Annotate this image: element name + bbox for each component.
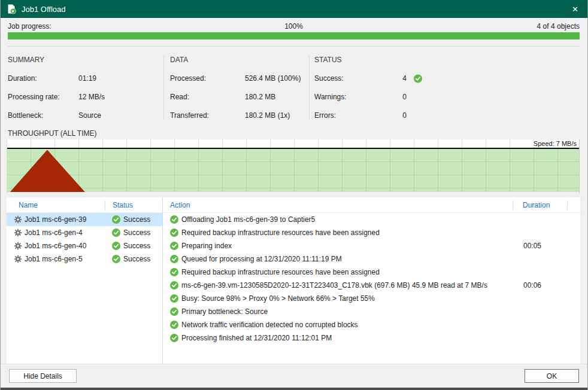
success-check-icon xyxy=(170,294,178,303)
speed-label: Speed: 7 MB/s xyxy=(534,140,579,147)
status-badge: Success xyxy=(112,255,150,263)
window-bottom-border xyxy=(1,388,587,390)
table-row[interactable]: Job1 ms-c6-gen-5 Success xyxy=(7,252,162,266)
vm-status-label: Success xyxy=(123,228,150,237)
ok-button[interactable]: OK xyxy=(525,369,579,383)
duration-label: Duration: xyxy=(8,74,78,83)
warnings-label: Warnings: xyxy=(314,93,368,101)
processed-label: Processed: xyxy=(170,74,245,83)
list-item[interactable]: Preparing index 00:05 xyxy=(163,239,580,252)
stats-section: SUMMARY Duration:01:19 Processing rate:1… xyxy=(1,47,587,129)
table-row[interactable]: Job1 ms-c6-gen-39 Success xyxy=(7,213,162,226)
success-check-icon xyxy=(112,215,120,224)
success-check-icon xyxy=(112,228,120,237)
action-log-pane: Action Duration Offloading Job1 ms-c6-ge… xyxy=(163,197,580,364)
list-item[interactable]: Queued for processing at 12/31/2020 11:1… xyxy=(163,252,580,266)
list-item[interactable]: Required backup infrastructure resources… xyxy=(163,226,580,239)
gear-icon xyxy=(14,228,22,237)
progress-bar-fill xyxy=(8,32,580,39)
status-panel: STATUS Success: 4 Warnings:0 Errors:0 xyxy=(314,47,426,120)
gear-icon xyxy=(14,242,22,250)
errors-value: 0 xyxy=(368,111,407,120)
bottleneck-value: Source xyxy=(78,111,101,120)
data-heading: DATA xyxy=(170,56,304,64)
list-item[interactable]: Offloading Job1 ms-c6-gen-39 to Captier5 xyxy=(163,213,580,226)
success-check-icon xyxy=(170,334,178,342)
data-panel: DATA Processed:526.4 MB (100%) Read:180.… xyxy=(170,47,304,120)
hide-details-button[interactable]: Hide Details xyxy=(9,369,77,383)
success-check-icon xyxy=(170,321,178,329)
action-label: Required backup infrastructure resources… xyxy=(181,268,513,276)
list-item[interactable]: Required backup infrastructure resources… xyxy=(163,266,580,279)
column-header-status[interactable]: Status xyxy=(105,201,133,209)
action-label: Required backup infrastructure resources… xyxy=(181,228,513,237)
column-header-action[interactable]: Action xyxy=(163,201,513,209)
chart-plot-area xyxy=(7,149,579,192)
warnings-value: 0 xyxy=(368,93,407,101)
success-check-icon xyxy=(170,281,178,290)
vm-name-label: Job1 ms-c6-gen-39 xyxy=(25,215,112,224)
job-progress-label: Job progress: xyxy=(8,22,198,31)
success-label: Success: xyxy=(314,74,368,83)
throughput-heading: THROUGHPUT (ALL TIME) xyxy=(1,129,587,139)
job-progress-section: Job progress: 100% 4 of 4 objects xyxy=(1,18,587,47)
read-label: Read: xyxy=(170,93,245,101)
table-row[interactable]: Job1 ms-c6-gen-4 Success xyxy=(7,226,162,239)
processing-rate-label: Processing rate: xyxy=(8,93,78,101)
summary-heading: SUMMARY xyxy=(8,56,157,64)
processed-value: 526.4 MB (100%) xyxy=(245,74,301,83)
success-check-icon xyxy=(170,242,178,250)
progress-bar xyxy=(8,32,580,39)
throughput-chart: Speed: 7 MB/s xyxy=(7,139,580,193)
table-row[interactable]: Job1 ms-c6-gen-40 Success xyxy=(7,239,162,252)
success-check-icon xyxy=(112,242,120,250)
gear-icon xyxy=(14,215,22,224)
progress-objects: 4 of 4 objects xyxy=(389,22,580,31)
column-separator[interactable] xyxy=(567,200,568,210)
action-duration: 00:05 xyxy=(523,242,541,250)
gear-icon xyxy=(14,255,22,263)
status-badge: Success xyxy=(112,228,150,237)
duration-value: 01:19 xyxy=(78,74,96,83)
success-check-icon xyxy=(170,268,178,276)
list-item[interactable]: Network traffic verification detected no… xyxy=(163,318,580,331)
list-item[interactable]: Processing finished at 12/31/2020 11:12:… xyxy=(163,331,580,345)
success-check-icon xyxy=(170,255,178,263)
spacer xyxy=(1,193,587,197)
bottleneck-label: Bottleneck: xyxy=(8,111,78,120)
vm-status-label: Success xyxy=(123,242,150,250)
status-badge: Success xyxy=(112,242,150,250)
success-check-icon xyxy=(170,228,178,237)
progress-percent: 100% xyxy=(198,22,389,31)
divider xyxy=(309,55,310,120)
vm-name-label: Job1 ms-c6-gen-4 xyxy=(25,228,112,237)
action-label: Offloading Job1 ms-c6-gen-39 to Captier5 xyxy=(181,215,513,224)
column-header-name[interactable]: Name xyxy=(7,201,105,209)
list-item[interactable]: Primary bottleneck: Source xyxy=(163,305,580,318)
status-badge: Success xyxy=(112,215,150,224)
action-duration: 00:06 xyxy=(523,281,541,290)
action-label: ms-c6-gen-39.vm-1230585D2020-12-31T22340… xyxy=(181,281,513,290)
vm-list-pane: Name Status Job1 ms-c6-gen-39 xyxy=(7,197,163,364)
action-label: Primary bottleneck: Source xyxy=(181,307,513,316)
status-heading: STATUS xyxy=(314,56,426,64)
column-header-duration[interactable]: Duration xyxy=(513,201,567,209)
action-label: Processing finished at 12/31/2020 11:12:… xyxy=(181,334,513,342)
vm-row-list: Job1 ms-c6-gen-39 Success Job1 ms-c6-gen… xyxy=(7,213,162,266)
vm-name-label: Job1 ms-c6-gen-5 xyxy=(25,255,112,263)
footer: Hide Details OK xyxy=(1,364,587,388)
success-check-icon xyxy=(414,74,422,83)
window-title: Job1 Offload xyxy=(22,5,65,14)
success-check-icon xyxy=(170,215,178,224)
transferred-label: Transferred: xyxy=(170,111,245,120)
action-label: Queued for processing at 12/31/2020 11:1… xyxy=(181,255,513,263)
close-icon[interactable]: ✕ xyxy=(563,5,587,14)
list-item[interactable]: ms-c6-gen-39.vm-1230585D2020-12-31T22340… xyxy=(163,279,580,292)
vm-status-label: Success xyxy=(123,255,150,263)
throughput-spike xyxy=(7,149,579,192)
action-row-list: Offloading Job1 ms-c6-gen-39 to Captier5… xyxy=(163,213,580,345)
list-item[interactable]: Busy: Source 98% > Proxy 0% > Network 66… xyxy=(163,292,580,305)
action-log-header: Action Duration xyxy=(163,197,580,213)
action-label: Busy: Source 98% > Proxy 0% > Network 66… xyxy=(181,294,513,303)
success-check-icon xyxy=(112,255,120,263)
